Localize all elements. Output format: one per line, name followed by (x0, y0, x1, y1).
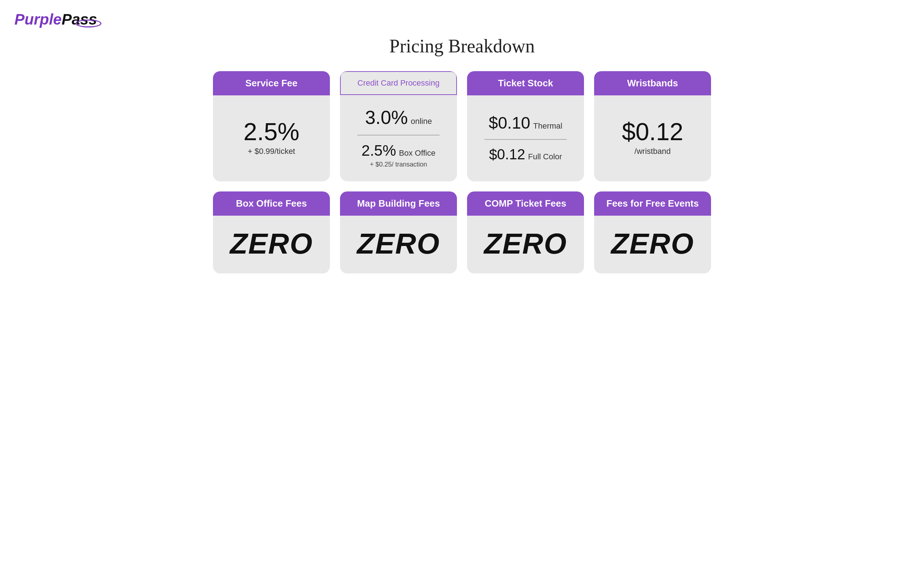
ticket-divider (484, 139, 566, 140)
comp-ticket-fees-zero: ZERO (484, 227, 567, 260)
box-office-fees-body: ZERO (213, 216, 330, 273)
ticket-thermal-price: $0.10 (489, 113, 530, 132)
credit-card-body: 3.0% online 2.5% Box Office + $0.25/ tra… (340, 95, 457, 181)
page-title: Pricing Breakdown (14, 35, 910, 57)
logo-ellipse-icon (75, 19, 101, 27)
credit-divider (357, 135, 439, 136)
box-office-fees-zero: ZERO (230, 227, 313, 260)
credit-box-pct: 2.5% (361, 142, 396, 159)
service-fee-sub: + $0.99/ticket (248, 147, 295, 156)
ticket-fullcolor-price: $0.12 (489, 146, 525, 162)
ticket-stock-body: $0.10 Thermal $0.12 Full Color (467, 95, 584, 181)
map-building-fees-zero: ZERO (357, 227, 440, 260)
credit-card-card: Credit Card Processing 3.0% online 2.5% … (340, 71, 457, 181)
map-building-fees-header: Map Building Fees (340, 191, 457, 216)
comp-ticket-fees-card: COMP Ticket Fees ZERO (467, 191, 584, 273)
cards-grid: Service Fee 2.5% + $0.99/ticket Credit C… (213, 71, 711, 273)
service-fee-value: 2.5% (244, 119, 300, 144)
ticket-stock-card: Ticket Stock $0.10 Thermal $0.12 Full Co… (467, 71, 584, 181)
fees-for-free-events-zero: ZERO (611, 227, 694, 260)
credit-box-sub: + $0.25/ transaction (370, 161, 427, 168)
wristbands-sub: /wristband (635, 147, 671, 156)
credit-box-label: Box Office (399, 148, 435, 158)
credit-online-row: 3.0% online (365, 107, 432, 128)
service-fee-card: Service Fee 2.5% + $0.99/ticket (213, 71, 330, 181)
wristbands-body: $0.12 /wristband (594, 95, 711, 181)
fees-for-free-events-card: Fees for Free Events ZERO (594, 191, 711, 273)
credit-online-label: online (411, 117, 432, 126)
logo-purple: Purple (14, 11, 62, 28)
ticket-stock-header: Ticket Stock (467, 71, 584, 95)
map-building-fees-card: Map Building Fees ZERO (340, 191, 457, 273)
credit-online-pct: 3.0% (365, 107, 408, 128)
wristbands-header: Wristbands (594, 71, 711, 95)
map-building-fees-body: ZERO (340, 216, 457, 273)
header: PurplePass (14, 11, 910, 28)
credit-card-header: Credit Card Processing (340, 71, 457, 95)
ticket-fullcolor-row: $0.12 Full Color (489, 146, 562, 162)
ticket-fullcolor-label: Full Color (528, 152, 562, 161)
service-fee-body: 2.5% + $0.99/ticket (213, 95, 330, 181)
credit-box-row: 2.5% Box Office (361, 142, 436, 159)
ticket-thermal-label: Thermal (533, 121, 563, 131)
service-fee-header: Service Fee (213, 71, 330, 95)
box-office-fees-card: Box Office Fees ZERO (213, 191, 330, 273)
box-office-fees-header: Box Office Fees (213, 191, 330, 216)
wristbands-card: Wristbands $0.12 /wristband (594, 71, 711, 181)
comp-ticket-fees-body: ZERO (467, 216, 584, 273)
fees-for-free-events-body: ZERO (594, 216, 711, 273)
fees-for-free-events-header: Fees for Free Events (594, 191, 711, 216)
comp-ticket-fees-header: COMP Ticket Fees (467, 191, 584, 216)
logo: PurplePass (14, 11, 97, 28)
ticket-thermal-row: $0.10 Thermal (489, 113, 563, 132)
wristbands-value: $0.12 (622, 119, 683, 144)
